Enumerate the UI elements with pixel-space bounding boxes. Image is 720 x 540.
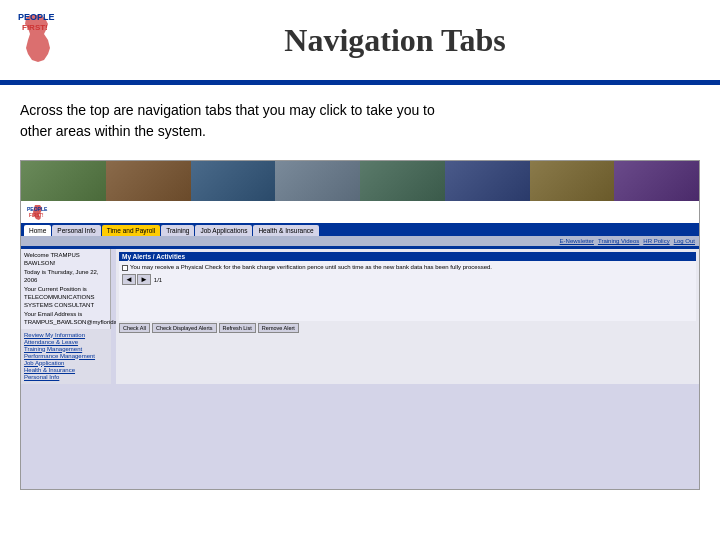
body-text: Across the top are navigation tabs that … [0, 85, 720, 152]
sim-welcome-text: Welcome TRAMPUS BAWLSON! Today is Thursd… [24, 251, 107, 327]
page-title: Navigation Tabs [90, 22, 700, 59]
sim-btn-remove[interactable]: Remove Alert [258, 323, 299, 333]
sim-link-enewsletter[interactable]: E-Newsletter [560, 238, 594, 244]
sim-tab-job-applications[interactable]: Job Applications [195, 225, 252, 236]
description-line1: Across the top are navigation tabs that … [20, 102, 435, 118]
sim-link-review[interactable]: Review My Information [24, 332, 108, 338]
sim-link-perf-mgmt[interactable]: Performance Management [24, 353, 108, 359]
sim-logo-icon: PEOPLE FIRST! [25, 203, 65, 221]
photo-seg-4 [275, 161, 360, 201]
sim-tab-home[interactable]: Home [24, 225, 51, 236]
svg-text:FIRST!: FIRST! [22, 23, 48, 32]
sim-alerts-content: You may receive a Physical Check for the… [119, 261, 696, 321]
sim-link-training-videos[interactable]: Training Videos [598, 238, 639, 244]
sim-main-area: Welcome TRAMPUS BAWLSON! Today is Thursd… [21, 249, 699, 384]
sim-alert-text: You may receive a Physical Check for the… [130, 264, 492, 270]
sim-link-job-app[interactable]: Job Application [24, 360, 108, 366]
sim-nav-tabs: Home Personal Info Time and Payroll Trai… [21, 223, 699, 236]
page-container: PEOPLE FIRST! Navigation Tabs Across the… [0, 0, 720, 540]
people-first-logo: PEOPLE FIRST! [10, 10, 85, 68]
svg-text:FIRST!: FIRST! [29, 213, 44, 218]
svg-text:PEOPLE: PEOPLE [18, 12, 55, 22]
photo-seg-8 [614, 161, 699, 201]
sim-alert-count: 1/1 [154, 277, 162, 283]
photo-seg-3 [191, 161, 276, 201]
sim-link-health-ins[interactable]: Health & Insurance [24, 367, 108, 373]
header: PEOPLE FIRST! Navigation Tabs [0, 0, 720, 82]
photo-seg-6 [445, 161, 530, 201]
sim-link-logout[interactable]: Log Out [674, 238, 695, 244]
description-line2: other areas within the system. [20, 123, 206, 139]
photo-seg-7 [530, 161, 615, 201]
sim-photo-bar [21, 161, 699, 201]
sim-alert-buttons: Check All Check Displayed Alerts Refresh… [119, 323, 696, 333]
sim-tab-health-insurance[interactable]: Health & Insurance [253, 225, 318, 236]
sim-btn-check-all[interactable]: Check All [119, 323, 150, 333]
sim-link-personal-info[interactable]: Personal Info [24, 374, 108, 380]
sim-alerts-panel: My Alerts / Activities You may receive a… [116, 249, 699, 384]
sim-nav-prev[interactable]: ◄ [122, 274, 136, 285]
sim-secondary-nav: E-Newsletter Training Videos HR Policy L… [21, 236, 699, 246]
photo-seg-5 [360, 161, 445, 201]
sim-logo-bar: PEOPLE FIRST! [21, 201, 699, 223]
svg-text:PEOPLE: PEOPLE [27, 206, 48, 212]
sim-tab-time-payroll[interactable]: Time and Payroll [102, 225, 161, 236]
screenshot-area: PEOPLE FIRST! Home Personal Info Time an… [20, 160, 700, 490]
sim-welcome-box: Welcome TRAMPUS BAWLSON! Today is Thursd… [21, 249, 111, 329]
sim-quick-links: Review My Information Attendance & Leave… [21, 329, 111, 384]
sim-tab-personal-info[interactable]: Personal Info [52, 225, 100, 236]
sim-link-training-mgmt[interactable]: Training Management [24, 346, 108, 352]
sim-alert-row: You may receive a Physical Check for the… [122, 264, 693, 271]
sim-nav-next[interactable]: ► [137, 274, 151, 285]
sim-left-column: Welcome TRAMPUS BAWLSON! Today is Thursd… [21, 249, 116, 384]
sim-browser: PEOPLE FIRST! Home Personal Info Time an… [21, 161, 699, 489]
sim-btn-refresh[interactable]: Refresh List [219, 323, 256, 333]
photo-seg-1 [21, 161, 106, 201]
sim-btn-check-displayed[interactable]: Check Displayed Alerts [152, 323, 217, 333]
sim-tab-training[interactable]: Training [161, 225, 194, 236]
sim-link-hr-policy[interactable]: HR Policy [643, 238, 669, 244]
sim-alerts-header: My Alerts / Activities [119, 252, 696, 261]
sim-alert-checkbox[interactable] [122, 265, 128, 271]
logo-area: PEOPLE FIRST! [10, 10, 90, 70]
sim-alert-controls: ◄ ► 1/1 [122, 274, 693, 285]
sim-link-attendance[interactable]: Attendance & Leave [24, 339, 108, 345]
photo-seg-2 [106, 161, 191, 201]
